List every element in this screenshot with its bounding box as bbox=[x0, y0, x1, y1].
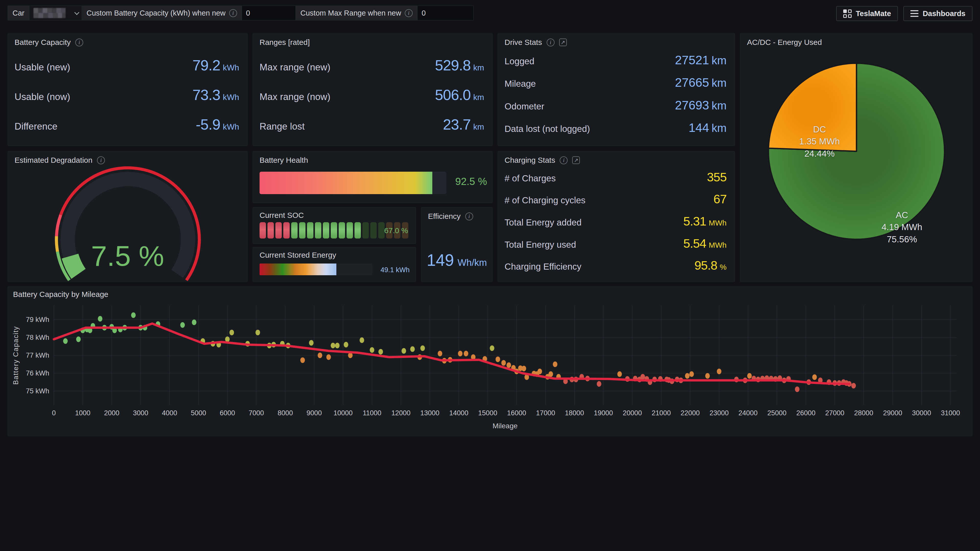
stat-value: 95.8% bbox=[694, 259, 727, 272]
stat-value: 144km bbox=[689, 121, 727, 135]
info-icon[interactable]: i bbox=[75, 38, 83, 46]
apps-grid-icon bbox=[843, 10, 852, 18]
soc-segment bbox=[323, 222, 329, 238]
svg-text:20000: 20000 bbox=[623, 409, 642, 417]
dashboard: { "icons": {"info": "i", "external": "↗"… bbox=[0, 0, 980, 551]
stat-value: 67 bbox=[714, 192, 727, 206]
stored-energy-bar bbox=[259, 264, 372, 275]
menu-icon bbox=[910, 10, 918, 17]
external-link-icon[interactable]: ↗ bbox=[559, 38, 567, 46]
svg-text:19000: 19000 bbox=[594, 409, 613, 417]
stat-label: Charging Efficiency bbox=[504, 262, 581, 272]
soc-segment bbox=[339, 222, 345, 238]
custom-battery-capacity-control: Custom Battery Capacity (kWh) when new i… bbox=[82, 6, 301, 21]
stat-label: Range lost bbox=[259, 121, 305, 132]
soc-segment bbox=[347, 222, 353, 238]
panel-title: Ranges [rated] bbox=[259, 38, 310, 47]
svg-text:2000: 2000 bbox=[104, 409, 119, 417]
stat-value: 27665km bbox=[675, 76, 727, 89]
soc-segment bbox=[363, 222, 369, 238]
svg-text:15000: 15000 bbox=[478, 409, 497, 417]
svg-text:31000: 31000 bbox=[941, 409, 960, 417]
info-icon[interactable]: i bbox=[229, 9, 237, 17]
soc-segment bbox=[331, 222, 337, 238]
stat-label: Max range (now) bbox=[259, 92, 331, 102]
stat-label: Odometer bbox=[504, 101, 544, 111]
svg-text:26000: 26000 bbox=[796, 409, 815, 417]
pie-label-dc: DC 1.35 MWh 24.44% bbox=[780, 123, 859, 159]
soc-segment bbox=[267, 222, 274, 238]
svg-text:78 kWh: 78 kWh bbox=[26, 333, 49, 341]
dashboards-button-label: Dashboards bbox=[923, 10, 966, 18]
svg-text:24000: 24000 bbox=[738, 409, 757, 417]
stat-label: Logged bbox=[504, 56, 535, 66]
info-icon[interactable]: i bbox=[405, 9, 413, 17]
panel-title: Drive Stats bbox=[504, 38, 542, 47]
panel-charging-stats: Charging Stats i ↗ # of Charges355# of C… bbox=[498, 151, 735, 282]
stat-label: Difference bbox=[14, 121, 57, 132]
stat-label: Total Energy used bbox=[504, 240, 576, 250]
panel-ranges: Ranges [rated] Max range (new)529.8kmMax… bbox=[253, 33, 493, 146]
stat-value: 355 bbox=[707, 170, 727, 184]
stat-value: 27693km bbox=[675, 98, 727, 112]
soc-segment bbox=[283, 222, 290, 238]
stat-label: Usable (new) bbox=[14, 62, 70, 73]
custom-max-range-input[interactable]: 0 bbox=[417, 6, 474, 21]
soc-segment bbox=[370, 222, 377, 238]
soc-segment bbox=[315, 222, 321, 238]
svg-text:75 kWh: 75 kWh bbox=[26, 387, 49, 395]
car-select-value-redacted bbox=[33, 8, 65, 18]
stat-row: Charging Efficiency95.8% bbox=[504, 259, 727, 272]
stat-value: 529.8km bbox=[435, 57, 484, 74]
svg-text:79 kWh: 79 kWh bbox=[26, 316, 49, 324]
svg-text:1000: 1000 bbox=[75, 409, 90, 417]
panel-title: Battery Capacity bbox=[14, 38, 71, 47]
stat-value: 79.2kWh bbox=[192, 57, 239, 74]
panel-title: Current SOC bbox=[259, 211, 304, 220]
stat-row: Usable (new)79.2kWh bbox=[14, 57, 239, 74]
chevron-down-icon bbox=[74, 10, 80, 15]
svg-text:0: 0 bbox=[52, 409, 56, 417]
stat-label: Data lost (not logged) bbox=[504, 124, 590, 134]
stat-row: # of Charging cycles67 bbox=[504, 192, 727, 206]
svg-text:3000: 3000 bbox=[133, 409, 148, 417]
teslamate-button[interactable]: TeslaMate bbox=[836, 6, 898, 21]
stat-row: Difference-5.9kWh bbox=[14, 116, 239, 133]
svg-text:10000: 10000 bbox=[334, 409, 353, 417]
stat-list: # of Charges355# of Charging cycles67Tot… bbox=[504, 166, 727, 276]
scatter-chart[interactable]: 0100020003000400050006000700080009000100… bbox=[8, 286, 972, 436]
svg-text:12000: 12000 bbox=[391, 409, 410, 417]
stat-label: # of Charges bbox=[504, 173, 555, 183]
car-select-value[interactable] bbox=[29, 6, 83, 21]
car-select[interactable]: Car bbox=[8, 6, 83, 21]
panel-title: Efficiency bbox=[428, 212, 461, 221]
soc-segment bbox=[378, 222, 385, 238]
svg-text:29000: 29000 bbox=[883, 409, 902, 417]
external-link-icon[interactable]: ↗ bbox=[572, 156, 580, 164]
pie-label-ac: AC 4.19 MWh 75.56% bbox=[862, 209, 942, 245]
svg-text:27000: 27000 bbox=[825, 409, 844, 417]
soc-segment bbox=[259, 222, 266, 238]
svg-text:7000: 7000 bbox=[248, 409, 264, 417]
soc-segment bbox=[355, 222, 361, 238]
stat-row: Total Energy used5.54MWh bbox=[504, 237, 727, 251]
stat-row: Max range (new)529.8km bbox=[259, 57, 484, 74]
svg-text:4000: 4000 bbox=[162, 409, 177, 417]
stat-value: 23.7km bbox=[443, 116, 484, 133]
svg-text:16000: 16000 bbox=[507, 409, 526, 417]
custom-battery-capacity-input[interactable]: 0 bbox=[242, 6, 301, 21]
stat-row: Logged27521km bbox=[504, 53, 727, 67]
custom-max-range-label: Custom Max Range when new bbox=[301, 9, 401, 17]
stat-label: Max range (new) bbox=[259, 62, 331, 73]
panel-title: Current Stored Energy bbox=[259, 251, 336, 259]
stat-label: # of Charging cycles bbox=[504, 195, 585, 205]
degradation-value: 7.5 % bbox=[8, 240, 247, 272]
info-icon[interactable]: i bbox=[465, 213, 473, 221]
svg-text:11000: 11000 bbox=[363, 409, 381, 417]
stat-label: Mileage bbox=[504, 79, 536, 89]
stored-energy-value: 49.1 kWh bbox=[376, 266, 414, 274]
info-icon[interactable]: i bbox=[560, 156, 568, 164]
info-icon[interactable]: i bbox=[547, 38, 555, 46]
dashboards-button[interactable]: Dashboards bbox=[904, 6, 972, 21]
stat-value: 5.54MWh bbox=[683, 237, 727, 251]
